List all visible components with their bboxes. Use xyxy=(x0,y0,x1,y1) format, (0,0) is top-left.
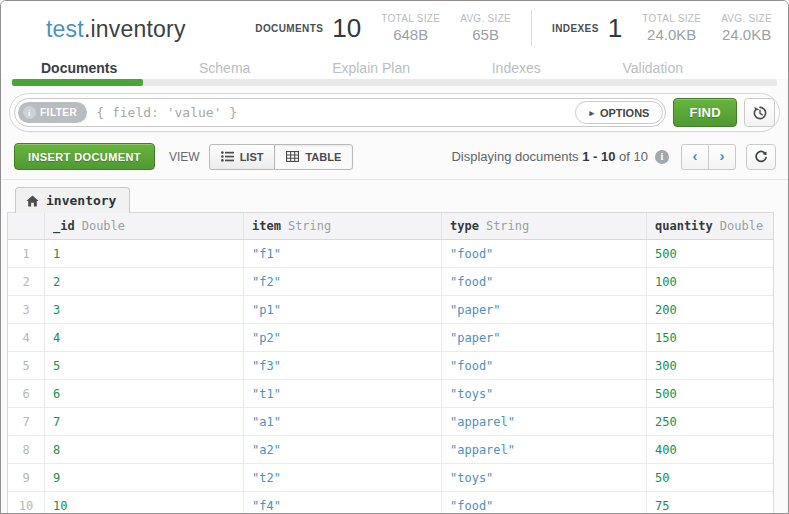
indexes-count: 1 xyxy=(608,13,622,44)
indexes-total-size: TOTAL SIZE 24.0KB xyxy=(642,13,701,43)
column-type: Double xyxy=(720,219,763,233)
cell-type[interactable]: "apparel" xyxy=(442,436,647,463)
cell-_id[interactable]: 1 xyxy=(45,240,244,267)
cell-type[interactable]: "paper" xyxy=(442,296,647,323)
cell-_id[interactable]: 4 xyxy=(45,324,244,351)
chevron-right-icon: › xyxy=(720,148,725,163)
cell-quantity[interactable]: 300 xyxy=(647,352,773,379)
filter-input-container[interactable]: i FILTER ▸ OPTIONS xyxy=(14,98,666,127)
cell-quantity[interactable]: 50 xyxy=(647,464,773,491)
insert-document-button[interactable]: INSERT DOCUMENT xyxy=(14,143,155,170)
cell-_id[interactable]: 5 xyxy=(45,352,244,379)
documents-count: 10 xyxy=(332,13,361,44)
column-header-item[interactable]: item String xyxy=(244,213,442,239)
cell-item[interactable]: "a2" xyxy=(244,436,442,463)
table-row: 22"f2""food"100 xyxy=(8,268,773,296)
cell-quantity[interactable]: 400 xyxy=(647,436,773,463)
filter-badge: i FILTER xyxy=(18,102,87,123)
row-number: 3 xyxy=(8,296,45,323)
view-list-button[interactable]: LIST xyxy=(209,144,276,170)
cell-_id[interactable]: 8 xyxy=(45,436,244,463)
cell-_id[interactable]: 2 xyxy=(45,268,244,295)
cell-item[interactable]: "p2" xyxy=(244,324,442,351)
indexes-stat-label: INDEXES xyxy=(552,23,599,34)
cell-quantity[interactable]: 200 xyxy=(647,296,773,323)
table-row: 11"f1""food"500 xyxy=(8,240,773,268)
cell-type[interactable]: "food" xyxy=(442,240,647,267)
table-header-row: _id Double item String type String quant… xyxy=(8,213,773,240)
cell-item[interactable]: "f3" xyxy=(244,352,442,379)
cell-_id[interactable]: 7 xyxy=(45,408,244,435)
find-button[interactable]: FIND xyxy=(673,98,737,127)
tab-validation[interactable]: Validation xyxy=(623,60,683,76)
cell-quantity[interactable]: 250 xyxy=(647,408,773,435)
breadcrumb-tab-label: inventory xyxy=(46,193,116,208)
documents-total-size: TOTAL SIZE 648B xyxy=(381,13,440,43)
table-body: 11"f1""food"50022"f2""food"10033"p1""pap… xyxy=(8,240,773,514)
query-history-button[interactable] xyxy=(744,98,775,127)
tab-explain-plan[interactable]: Explain Plan xyxy=(332,60,410,76)
cell-item[interactable]: "f2" xyxy=(244,268,442,295)
database-name: test xyxy=(46,16,84,42)
column-header-id[interactable]: _id Double xyxy=(45,213,244,239)
breadcrumb-tab-inventory[interactable]: inventory xyxy=(15,187,130,213)
pagination: ‹ › xyxy=(681,144,736,170)
cell-_id[interactable]: 9 xyxy=(45,464,244,491)
cell-_id[interactable]: 6 xyxy=(45,380,244,407)
cell-quantity[interactable]: 150 xyxy=(647,324,773,351)
tab-schema[interactable]: Schema xyxy=(199,60,250,76)
avg-size-value: 24.0KB xyxy=(721,26,772,43)
table-view: inventory _id Double item String type St… xyxy=(1,180,788,514)
cell-type[interactable]: "paper" xyxy=(442,324,647,351)
table-row: 88"a2""apparel"400 xyxy=(8,436,773,464)
row-number-gutter-header xyxy=(8,213,45,239)
cell-type[interactable]: "toys" xyxy=(442,380,647,407)
cell-quantity[interactable]: 500 xyxy=(647,380,773,407)
column-header-quantity[interactable]: quantity Double xyxy=(647,213,773,239)
collection-header: test.inventory DOCUMENTS 10 TOTAL SIZE 6… xyxy=(1,1,788,56)
refresh-icon xyxy=(754,150,768,164)
column-header-type[interactable]: type String xyxy=(442,213,647,239)
indexes-stat: INDEXES 1 xyxy=(552,13,622,44)
cell-item[interactable]: "f1" xyxy=(244,240,442,267)
collection-stats: DOCUMENTS 10 TOTAL SIZE 648B AVG. SIZE 6… xyxy=(255,10,772,46)
collection-name: .inventory xyxy=(84,16,186,42)
tab-indexes[interactable]: Indexes xyxy=(492,60,541,76)
column-type: Double xyxy=(82,219,125,233)
row-number: 9 xyxy=(8,464,45,491)
cell-_id[interactable]: 3 xyxy=(45,296,244,323)
cell-item[interactable]: "p1" xyxy=(244,296,442,323)
cell-quantity[interactable]: 100 xyxy=(647,268,773,295)
documents-avg-size: AVG. SIZE 65B xyxy=(460,13,511,43)
row-number: 1 xyxy=(8,240,45,267)
documents-stat-label: DOCUMENTS xyxy=(255,23,323,34)
cell-type[interactable]: "food" xyxy=(442,352,647,379)
view-list-label: LIST xyxy=(240,151,264,163)
column-type: String xyxy=(288,219,331,233)
cell-type[interactable]: "food" xyxy=(442,492,647,514)
column-name: quantity xyxy=(655,219,713,233)
cell-quantity[interactable]: 75 xyxy=(647,492,773,514)
cell-item[interactable]: "t1" xyxy=(244,380,442,407)
tab-documents[interactable]: Documents xyxy=(41,60,117,76)
previous-page-button[interactable]: ‹ xyxy=(681,144,709,170)
view-table-button[interactable]: TABLE xyxy=(274,144,353,170)
cell-item[interactable]: "a1" xyxy=(244,408,442,435)
column-name: type xyxy=(450,219,479,233)
namespace-title: test.inventory xyxy=(46,16,186,43)
cell-type[interactable]: "toys" xyxy=(442,464,647,491)
next-page-button[interactable]: › xyxy=(708,144,736,170)
displaying-info-icon[interactable]: i xyxy=(655,150,669,164)
total-size-label: TOTAL SIZE xyxy=(381,13,440,24)
cell-type[interactable]: "apparel" xyxy=(442,408,647,435)
cell-quantity[interactable]: 500 xyxy=(647,240,773,267)
cell-type[interactable]: "food" xyxy=(442,268,647,295)
collection-tabbar: Documents Schema Explain Plan Indexes Va… xyxy=(1,56,788,79)
cell-_id[interactable]: 10 xyxy=(45,492,244,514)
cell-item[interactable]: "t2" xyxy=(244,464,442,491)
refresh-button[interactable] xyxy=(746,144,776,170)
options-button[interactable]: ▸ OPTIONS xyxy=(575,101,663,124)
query-bar: i FILTER ▸ OPTIONS FIND xyxy=(1,86,788,138)
cell-item[interactable]: "f4" xyxy=(244,492,442,514)
filter-input[interactable] xyxy=(87,105,575,120)
